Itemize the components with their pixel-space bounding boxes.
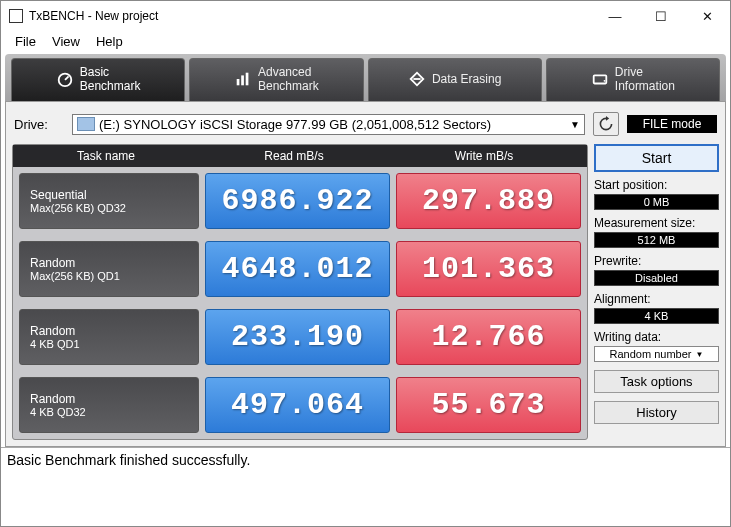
- read-value: 233.190: [205, 309, 390, 365]
- main-panel: Drive: (E:) SYNOLOGY iSCSI Storage 977.9…: [5, 101, 726, 447]
- erase-icon: [408, 70, 426, 88]
- read-value: 497.064: [205, 377, 390, 433]
- history-button[interactable]: History: [594, 401, 719, 424]
- results-table: Task name Read mB/s Write mB/s Sequentia…: [12, 144, 588, 440]
- tab-basic-benchmark[interactable]: BasicBenchmark: [11, 58, 185, 101]
- header-write: Write mB/s: [389, 145, 579, 167]
- write-value: 12.766: [396, 309, 581, 365]
- read-value: 6986.922: [205, 173, 390, 229]
- svg-rect-2: [237, 79, 240, 85]
- drive-row: Drive: (E:) SYNOLOGY iSCSI Storage 977.9…: [12, 106, 719, 142]
- title-bar: TxBENCH - New project — ☐ ✕: [1, 1, 730, 31]
- table-header: Task name Read mB/s Write mB/s: [13, 145, 587, 167]
- header-read: Read mB/s: [199, 145, 389, 167]
- alignment-label: Alignment:: [594, 288, 719, 306]
- writing-data-select[interactable]: Random number▼: [594, 346, 719, 362]
- svg-line-1: [65, 76, 69, 80]
- task-sequential[interactable]: SequentialMax(256 KB) QD32: [19, 173, 199, 229]
- svg-rect-3: [241, 75, 244, 85]
- svg-point-7: [603, 80, 605, 82]
- menu-bar: File View Help: [1, 31, 730, 54]
- refresh-button[interactable]: [593, 112, 619, 136]
- drive-label: Drive:: [14, 117, 64, 132]
- bars-icon: [234, 70, 252, 88]
- gauge-icon: [56, 70, 74, 88]
- header-task: Task name: [13, 145, 199, 167]
- tab-drive-information[interactable]: DriveInformation: [546, 58, 720, 101]
- task-random-4k-qd1[interactable]: Random4 KB QD1: [19, 309, 199, 365]
- window-title: TxBENCH - New project: [29, 9, 592, 23]
- task-options-button[interactable]: Task options: [594, 370, 719, 393]
- refresh-icon: [598, 116, 614, 132]
- minimize-button[interactable]: —: [592, 1, 638, 31]
- writing-data-label: Writing data:: [594, 326, 719, 344]
- table-row: SequentialMax(256 KB) QD32 6986.922 297.…: [13, 167, 587, 235]
- app-name: TxBENCH: [29, 9, 84, 23]
- menu-view[interactable]: View: [46, 33, 86, 50]
- maximize-button[interactable]: ☐: [638, 1, 684, 31]
- write-value: 101.363: [396, 241, 581, 297]
- tab-label-2: Benchmark: [80, 79, 141, 93]
- disk-icon: [77, 117, 95, 131]
- project-name: New project: [95, 9, 158, 23]
- task-random-256k[interactable]: RandomMax(256 KB) QD1: [19, 241, 199, 297]
- chevron-down-icon: ▼: [696, 350, 704, 359]
- tab-data-erasing[interactable]: Data Erasing: [368, 58, 542, 101]
- drive-select[interactable]: (E:) SYNOLOGY iSCSI Storage 977.99 GB (2…: [72, 114, 585, 135]
- menu-help[interactable]: Help: [90, 33, 129, 50]
- write-value: 297.889: [396, 173, 581, 229]
- prewrite-value[interactable]: Disabled: [594, 270, 719, 286]
- table-row: RandomMax(256 KB) QD1 4648.012 101.363: [13, 235, 587, 303]
- table-row: Random4 KB QD1 233.190 12.766: [13, 303, 587, 371]
- task-random-4k-qd32[interactable]: Random4 KB QD32: [19, 377, 199, 433]
- side-panel: Start Start position: 0 MB Measurement s…: [594, 144, 719, 440]
- prewrite-label: Prewrite:: [594, 250, 719, 268]
- tab-advanced-benchmark[interactable]: AdvancedBenchmark: [189, 58, 363, 101]
- close-button[interactable]: ✕: [684, 1, 730, 31]
- file-mode-indicator[interactable]: FILE mode: [627, 115, 717, 133]
- svg-rect-4: [246, 73, 249, 86]
- measurement-size-value[interactable]: 512 MB: [594, 232, 719, 248]
- table-row: Random4 KB QD32 497.064 55.673: [13, 371, 587, 439]
- tab-strip: BasicBenchmark AdvancedBenchmark Data Er…: [5, 54, 726, 101]
- drive-selected-text: (E:) SYNOLOGY iSCSI Storage 977.99 GB (2…: [99, 117, 491, 132]
- alignment-value[interactable]: 4 KB: [594, 308, 719, 324]
- svg-rect-6: [594, 75, 607, 83]
- start-position-label: Start position:: [594, 174, 719, 192]
- start-position-value[interactable]: 0 MB: [594, 194, 719, 210]
- status-bar: Basic Benchmark finished successfully.: [1, 447, 730, 472]
- menu-file[interactable]: File: [9, 33, 42, 50]
- write-value: 55.673: [396, 377, 581, 433]
- read-value: 4648.012: [205, 241, 390, 297]
- measurement-size-label: Measurement size:: [594, 212, 719, 230]
- start-button[interactable]: Start: [594, 144, 719, 172]
- tab-label-1: Basic: [80, 65, 109, 79]
- app-icon: [9, 9, 23, 23]
- drive-icon: [591, 70, 609, 88]
- chevron-down-icon: ▼: [570, 119, 580, 130]
